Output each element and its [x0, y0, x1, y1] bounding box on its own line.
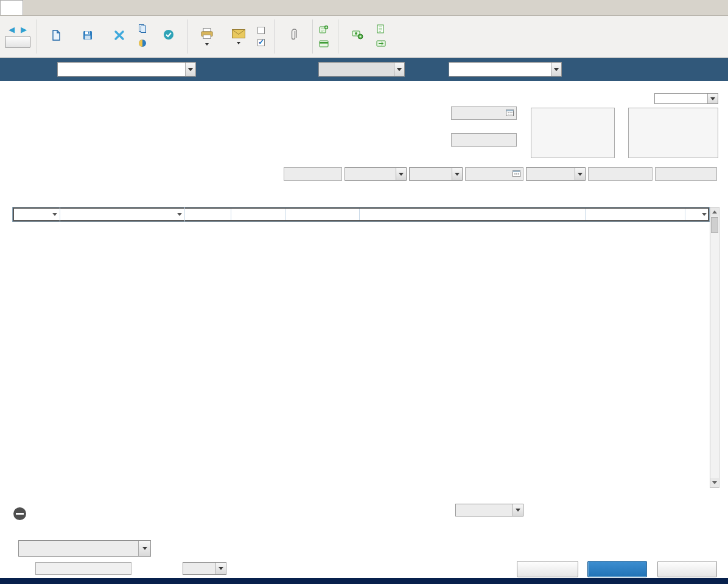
selected-row[interactable] [13, 207, 709, 221]
invoice-form [0, 81, 728, 578]
print-later-checkbox[interactable] [257, 27, 268, 34]
apply-credits-icon [319, 40, 329, 49]
attach-file-button[interactable] [281, 29, 306, 44]
clear-button[interactable] [657, 561, 717, 577]
ribbon-tab-bar [0, 0, 728, 16]
chevron-down-icon [185, 63, 195, 76]
tab-formatting[interactable] [23, 0, 45, 15]
scroll-down-button[interactable] [710, 478, 719, 487]
toolbar-separator [37, 19, 37, 54]
memo-input[interactable] [35, 562, 131, 575]
tab-reports[interactable] [67, 0, 89, 15]
save-floppy-icon [82, 29, 94, 43]
template-select[interactable] [449, 62, 562, 77]
print-button[interactable] [194, 28, 220, 46]
line-items-table [12, 196, 720, 222]
bottom-status-bar [0, 578, 728, 584]
scroll-up-button[interactable] [710, 207, 719, 217]
online-payment-disabled-icon [13, 507, 26, 520]
save-button[interactable] [75, 29, 100, 44]
chevron-down-icon [513, 504, 523, 516]
date-field[interactable] [451, 106, 517, 120]
ship-to-box[interactable] [628, 108, 718, 158]
rep-group [409, 165, 463, 181]
delete-button[interactable] [107, 29, 132, 44]
create-copy-button[interactable] [138, 24, 150, 34]
tax-select[interactable] [455, 504, 523, 516]
bill-to-box[interactable] [531, 108, 615, 158]
main-toolbar: ◀ ▶ [0, 16, 728, 58]
ship-date-field[interactable] [465, 167, 523, 181]
table-cell-item-number[interactable] [360, 207, 586, 221]
class-select[interactable] [318, 62, 405, 77]
table-cell-tax[interactable] [685, 207, 709, 221]
customer-tax-code-label [145, 563, 179, 568]
territory-input[interactable] [655, 167, 717, 181]
save-close-button[interactable] [517, 561, 578, 577]
rep-select[interactable] [409, 167, 463, 181]
add-time-costs-button[interactable] [319, 25, 332, 35]
find-button[interactable] [5, 36, 30, 48]
toolbar-separator [274, 19, 275, 54]
invoice-number-field[interactable] [451, 133, 517, 147]
via-select[interactable] [526, 167, 586, 181]
table-header-row [12, 196, 720, 207]
checkbox-unchecked-icon [257, 27, 265, 34]
ship-to-select[interactable] [654, 93, 718, 104]
quickbooks-invoice-window: ◀ ▶ [0, 0, 728, 584]
refund-credit-button[interactable] [376, 40, 389, 49]
chevron-down-icon [177, 213, 182, 216]
tab-search[interactable] [89, 0, 111, 15]
forward-arrow-icon[interactable]: ▶ [21, 26, 27, 33]
create-batch-button[interactable] [376, 24, 389, 35]
memorize-icon [138, 39, 147, 49]
form-header-bar [0, 58, 728, 81]
back-arrow-icon[interactable]: ◀ [9, 26, 15, 33]
email-button[interactable] [226, 29, 251, 44]
chevron-down-icon [138, 541, 150, 556]
po-number-input[interactable] [284, 167, 342, 181]
fob-input[interactable] [588, 167, 653, 181]
chevron-down-icon [452, 168, 462, 180]
invoice-fields-row [284, 165, 717, 181]
apply-credits-button[interactable] [319, 40, 332, 49]
table-cell-amount[interactable] [586, 207, 685, 221]
tab-send-ship[interactable] [45, 0, 67, 15]
terms-group [345, 165, 407, 181]
toolbar-separator [312, 19, 313, 54]
chevron-down-icon [551, 63, 561, 76]
paperclip-icon [290, 29, 297, 42]
table-cell-class[interactable] [13, 207, 60, 221]
table-cell-base-rate[interactable] [231, 207, 286, 221]
receive-payments-icon [352, 30, 363, 41]
chevron-down-icon [215, 563, 226, 574]
receive-payments-button[interactable] [345, 30, 370, 43]
new-button[interactable] [43, 29, 69, 44]
mark-as-pending-button[interactable] [156, 29, 181, 44]
create-batch-icon [376, 24, 385, 35]
customer-job-select[interactable] [57, 62, 196, 77]
toolbar-separator [338, 19, 338, 54]
table-cell-quantity[interactable] [185, 207, 231, 221]
checkbox-checked-icon [257, 39, 265, 46]
chevron-down-icon [237, 42, 240, 44]
chevron-down-icon [394, 63, 404, 76]
customer-message-select[interactable] [18, 540, 151, 557]
tab-main[interactable] [0, 0, 23, 15]
customer-tax-code-select[interactable] [183, 562, 226, 575]
table-cell-price-each[interactable] [286, 207, 360, 221]
terms-select[interactable] [345, 167, 407, 181]
printer-icon [200, 28, 214, 41]
calendar-icon[interactable] [506, 108, 514, 119]
table-cell-item[interactable] [60, 207, 185, 221]
save-new-button[interactable] [587, 561, 647, 577]
delete-x-icon [113, 29, 125, 43]
chevron-down-icon [396, 168, 406, 180]
email-later-checkbox[interactable] [257, 39, 268, 46]
ship-date-group [465, 165, 523, 181]
scrollbar-thumb[interactable] [711, 217, 718, 233]
memorize-button[interactable] [138, 39, 150, 49]
table-scrollbar[interactable] [710, 207, 719, 488]
toolbar-separator [187, 19, 188, 54]
calendar-icon[interactable] [513, 169, 520, 179]
